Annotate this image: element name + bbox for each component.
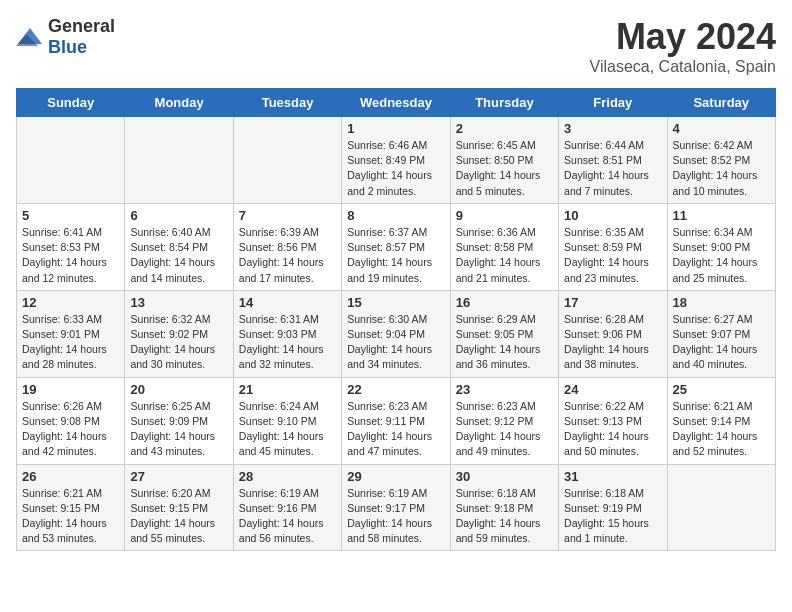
- day-number: 12: [22, 295, 119, 310]
- day-number: 18: [673, 295, 770, 310]
- logo-general: General: [48, 16, 115, 36]
- calendar-cell: 1Sunrise: 6:46 AMSunset: 8:49 PMDaylight…: [342, 117, 450, 204]
- calendar-cell: 7Sunrise: 6:39 AMSunset: 8:56 PMDaylight…: [233, 203, 341, 290]
- cell-content: Sunrise: 6:29 AMSunset: 9:05 PMDaylight:…: [456, 312, 553, 373]
- week-row-2: 5Sunrise: 6:41 AMSunset: 8:53 PMDaylight…: [17, 203, 776, 290]
- calendar-cell: 31Sunrise: 6:18 AMSunset: 9:19 PMDayligh…: [559, 464, 667, 551]
- day-number: 13: [130, 295, 227, 310]
- header: General Blue May 2024 Vilaseca, Cataloni…: [16, 16, 776, 76]
- day-number: 1: [347, 121, 444, 136]
- day-number: 24: [564, 382, 661, 397]
- day-number: 25: [673, 382, 770, 397]
- calendar-cell: 14Sunrise: 6:31 AMSunset: 9:03 PMDayligh…: [233, 290, 341, 377]
- logo-blue: Blue: [48, 37, 87, 57]
- cell-content: Sunrise: 6:26 AMSunset: 9:08 PMDaylight:…: [22, 399, 119, 460]
- calendar-cell: 30Sunrise: 6:18 AMSunset: 9:18 PMDayligh…: [450, 464, 558, 551]
- day-number: 28: [239, 469, 336, 484]
- calendar-cell: 29Sunrise: 6:19 AMSunset: 9:17 PMDayligh…: [342, 464, 450, 551]
- cell-content: Sunrise: 6:42 AMSunset: 8:52 PMDaylight:…: [673, 138, 770, 199]
- day-header-tuesday: Tuesday: [233, 89, 341, 117]
- day-number: 4: [673, 121, 770, 136]
- day-number: 14: [239, 295, 336, 310]
- calendar-cell: 16Sunrise: 6:29 AMSunset: 9:05 PMDayligh…: [450, 290, 558, 377]
- header-row: SundayMondayTuesdayWednesdayThursdayFrid…: [17, 89, 776, 117]
- cell-content: Sunrise: 6:44 AMSunset: 8:51 PMDaylight:…: [564, 138, 661, 199]
- calendar-cell: 21Sunrise: 6:24 AMSunset: 9:10 PMDayligh…: [233, 377, 341, 464]
- calendar-cell: 5Sunrise: 6:41 AMSunset: 8:53 PMDaylight…: [17, 203, 125, 290]
- cell-content: Sunrise: 6:35 AMSunset: 8:59 PMDaylight:…: [564, 225, 661, 286]
- cell-content: Sunrise: 6:34 AMSunset: 9:00 PMDaylight:…: [673, 225, 770, 286]
- week-row-4: 19Sunrise: 6:26 AMSunset: 9:08 PMDayligh…: [17, 377, 776, 464]
- calendar-cell: 13Sunrise: 6:32 AMSunset: 9:02 PMDayligh…: [125, 290, 233, 377]
- cell-content: Sunrise: 6:21 AMSunset: 9:14 PMDaylight:…: [673, 399, 770, 460]
- cell-content: Sunrise: 6:22 AMSunset: 9:13 PMDaylight:…: [564, 399, 661, 460]
- day-header-thursday: Thursday: [450, 89, 558, 117]
- day-number: 7: [239, 208, 336, 223]
- cell-content: Sunrise: 6:41 AMSunset: 8:53 PMDaylight:…: [22, 225, 119, 286]
- calendar-cell: 22Sunrise: 6:23 AMSunset: 9:11 PMDayligh…: [342, 377, 450, 464]
- cell-content: Sunrise: 6:24 AMSunset: 9:10 PMDaylight:…: [239, 399, 336, 460]
- calendar-cell: 3Sunrise: 6:44 AMSunset: 8:51 PMDaylight…: [559, 117, 667, 204]
- logo-text: General Blue: [48, 16, 115, 58]
- cell-content: Sunrise: 6:30 AMSunset: 9:04 PMDaylight:…: [347, 312, 444, 373]
- day-number: 20: [130, 382, 227, 397]
- calendar-cell: 23Sunrise: 6:23 AMSunset: 9:12 PMDayligh…: [450, 377, 558, 464]
- cell-content: Sunrise: 6:45 AMSunset: 8:50 PMDaylight:…: [456, 138, 553, 199]
- day-header-saturday: Saturday: [667, 89, 775, 117]
- calendar-cell: 6Sunrise: 6:40 AMSunset: 8:54 PMDaylight…: [125, 203, 233, 290]
- calendar-cell: 4Sunrise: 6:42 AMSunset: 8:52 PMDaylight…: [667, 117, 775, 204]
- calendar-cell: 20Sunrise: 6:25 AMSunset: 9:09 PMDayligh…: [125, 377, 233, 464]
- cell-content: Sunrise: 6:27 AMSunset: 9:07 PMDaylight:…: [673, 312, 770, 373]
- subtitle: Vilaseca, Catalonia, Spain: [590, 58, 777, 76]
- cell-content: Sunrise: 6:40 AMSunset: 8:54 PMDaylight:…: [130, 225, 227, 286]
- cell-content: Sunrise: 6:19 AMSunset: 9:17 PMDaylight:…: [347, 486, 444, 547]
- week-row-1: 1Sunrise: 6:46 AMSunset: 8:49 PMDaylight…: [17, 117, 776, 204]
- calendar-cell: 17Sunrise: 6:28 AMSunset: 9:06 PMDayligh…: [559, 290, 667, 377]
- day-number: 31: [564, 469, 661, 484]
- day-header-monday: Monday: [125, 89, 233, 117]
- calendar-cell: [233, 117, 341, 204]
- cell-content: Sunrise: 6:18 AMSunset: 9:19 PMDaylight:…: [564, 486, 661, 547]
- title-area: May 2024 Vilaseca, Catalonia, Spain: [590, 16, 777, 76]
- calendar-cell: 9Sunrise: 6:36 AMSunset: 8:58 PMDaylight…: [450, 203, 558, 290]
- cell-content: Sunrise: 6:25 AMSunset: 9:09 PMDaylight:…: [130, 399, 227, 460]
- calendar-cell: [17, 117, 125, 204]
- calendar-cell: 26Sunrise: 6:21 AMSunset: 9:15 PMDayligh…: [17, 464, 125, 551]
- cell-content: Sunrise: 6:20 AMSunset: 9:15 PMDaylight:…: [130, 486, 227, 547]
- day-number: 30: [456, 469, 553, 484]
- calendar-cell: 8Sunrise: 6:37 AMSunset: 8:57 PMDaylight…: [342, 203, 450, 290]
- day-number: 5: [22, 208, 119, 223]
- calendar-cell: 11Sunrise: 6:34 AMSunset: 9:00 PMDayligh…: [667, 203, 775, 290]
- day-number: 26: [22, 469, 119, 484]
- day-number: 21: [239, 382, 336, 397]
- calendar-cell: [667, 464, 775, 551]
- day-number: 19: [22, 382, 119, 397]
- calendar-cell: 19Sunrise: 6:26 AMSunset: 9:08 PMDayligh…: [17, 377, 125, 464]
- calendar-cell: 12Sunrise: 6:33 AMSunset: 9:01 PMDayligh…: [17, 290, 125, 377]
- day-header-sunday: Sunday: [17, 89, 125, 117]
- calendar-cell: [125, 117, 233, 204]
- cell-content: Sunrise: 6:36 AMSunset: 8:58 PMDaylight:…: [456, 225, 553, 286]
- calendar-cell: 10Sunrise: 6:35 AMSunset: 8:59 PMDayligh…: [559, 203, 667, 290]
- cell-content: Sunrise: 6:39 AMSunset: 8:56 PMDaylight:…: [239, 225, 336, 286]
- day-number: 15: [347, 295, 444, 310]
- logo: General Blue: [16, 16, 115, 58]
- calendar-cell: 15Sunrise: 6:30 AMSunset: 9:04 PMDayligh…: [342, 290, 450, 377]
- calendar-table: SundayMondayTuesdayWednesdayThursdayFrid…: [16, 88, 776, 551]
- cell-content: Sunrise: 6:21 AMSunset: 9:15 PMDaylight:…: [22, 486, 119, 547]
- day-number: 8: [347, 208, 444, 223]
- week-row-3: 12Sunrise: 6:33 AMSunset: 9:01 PMDayligh…: [17, 290, 776, 377]
- day-number: 29: [347, 469, 444, 484]
- cell-content: Sunrise: 6:31 AMSunset: 9:03 PMDaylight:…: [239, 312, 336, 373]
- day-number: 10: [564, 208, 661, 223]
- cell-content: Sunrise: 6:28 AMSunset: 9:06 PMDaylight:…: [564, 312, 661, 373]
- calendar-cell: 24Sunrise: 6:22 AMSunset: 9:13 PMDayligh…: [559, 377, 667, 464]
- cell-content: Sunrise: 6:19 AMSunset: 9:16 PMDaylight:…: [239, 486, 336, 547]
- day-header-friday: Friday: [559, 89, 667, 117]
- week-row-5: 26Sunrise: 6:21 AMSunset: 9:15 PMDayligh…: [17, 464, 776, 551]
- cell-content: Sunrise: 6:23 AMSunset: 9:11 PMDaylight:…: [347, 399, 444, 460]
- day-number: 11: [673, 208, 770, 223]
- calendar-cell: 27Sunrise: 6:20 AMSunset: 9:15 PMDayligh…: [125, 464, 233, 551]
- cell-content: Sunrise: 6:32 AMSunset: 9:02 PMDaylight:…: [130, 312, 227, 373]
- logo-icon: [16, 26, 44, 48]
